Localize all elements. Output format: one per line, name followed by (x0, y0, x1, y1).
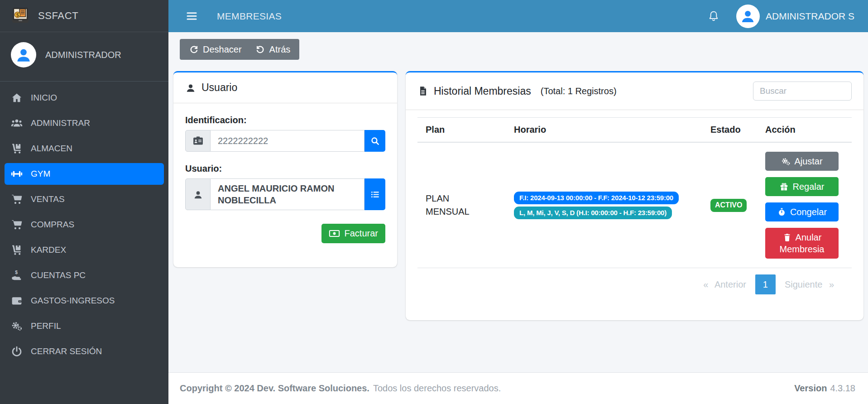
back-button[interactable]: Atrás (255, 44, 291, 55)
header-avatar[interactable] (736, 5, 760, 28)
freeze-button-label: Congelar (790, 207, 827, 217)
sidebar-item-gastos-ingresos[interactable]: GASTOS-INGRESOS (5, 290, 164, 312)
sidebar-item-gym[interactable]: GYM (5, 163, 164, 185)
sidebar-item-kardex[interactable]: KARDEX (5, 239, 164, 261)
sidebar-item-almacen[interactable]: ALMACEN (5, 138, 164, 159)
topbar-right: ADMINISTRADOR S (707, 5, 854, 28)
footer-copyright: Copyright © 2024 Dev. Software Solucione… (180, 383, 369, 394)
pagination: « Anterior 1 Siguiente » (429, 274, 840, 294)
sidebar-item-label: ALMACEN (31, 144, 72, 154)
identification-label: Identificacion: (185, 115, 385, 125)
bell-icon[interactable] (707, 10, 720, 23)
money-bill-icon (329, 228, 340, 239)
footer-version: Version4.3.18 (794, 383, 855, 394)
toolbar: Deshacer Atrás (180, 39, 299, 60)
sidebar-avatar[interactable] (11, 42, 36, 67)
footer: Copyright © 2024 Dev. Software Solucione… (168, 372, 868, 404)
search-input[interactable] (753, 82, 852, 101)
svg-text:$: $ (16, 12, 19, 18)
column-header-accion: Acción (757, 118, 852, 143)
user-list-button[interactable] (364, 178, 385, 210)
sidebar-item-label: CERRAR SESIÓN (31, 346, 102, 356)
gift-icon (779, 182, 789, 192)
sidebar-item-label: CUENTAS PC (31, 270, 86, 280)
user-name-value: ANGEL MAURICIO RAMON NOBLECILLA (211, 178, 364, 210)
sidebar-user-panel: ADMINISTRADOR (0, 32, 168, 82)
undo-button-label: Deshacer (203, 44, 242, 55)
user-addon-icon (185, 178, 211, 210)
column-header-plan: Plan (417, 118, 506, 143)
gift-button-label: Regalar (792, 182, 824, 192)
topbar: MEMBRESIAS ADMINISTRADOR S (168, 0, 868, 32)
home-icon (10, 92, 24, 104)
sidebar-item-perfil[interactable]: PERFIL (5, 315, 164, 337)
adjust-button[interactable]: Ajustar (765, 152, 839, 171)
freeze-button[interactable]: Congelar (765, 202, 839, 221)
redo-icon (189, 44, 199, 54)
footer-rights: Todos los derechos reservados. (373, 383, 501, 394)
sidebar: $ SSFACT ADMINISTRADOR INICIO ADMINISTRA… (0, 0, 168, 404)
history-card-title: Historial Membresias (Total: 1 Registros… (417, 85, 617, 97)
gears-icon (781, 157, 791, 166)
header-user-name[interactable]: ADMINISTRADOR S (766, 11, 854, 22)
cancel-membership-button[interactable]: Anular Membresia (765, 228, 839, 259)
user-group: ANGEL MAURICIO RAMON NOBLECILLA (185, 178, 385, 210)
search-user-button[interactable] (364, 130, 385, 152)
pagination-next[interactable]: Siguiente » (779, 276, 840, 293)
membership-table: Plan Horario Estado Acción PLAN MENSUAL … (417, 117, 852, 268)
dolly-icon (10, 143, 24, 155)
sidebar-item-administrar[interactable]: ADMINISTRAR (5, 112, 164, 134)
sidebar-item-label: VENTAS (31, 194, 65, 204)
trash-icon (782, 233, 792, 242)
wallet-icon (10, 295, 24, 307)
cart-icon (10, 193, 24, 206)
days-hours-badge: L, M, Mi, J, V, S, D (H.I: 00:00:00 - H.… (514, 207, 672, 219)
undo-button[interactable]: Deshacer (189, 44, 242, 55)
menu-toggle-icon[interactable] (186, 10, 198, 22)
brand-link[interactable]: $ SSFACT (0, 0, 168, 32)
sidebar-item-cerrar-sesion[interactable]: CERRAR SESIÓN (5, 341, 164, 362)
table-row: PLAN MENSUAL F.I: 2024-09-13 00:00:00 - … (417, 142, 852, 268)
users-icon (10, 117, 24, 130)
identification-input[interactable] (211, 130, 364, 152)
history-card-header: Historial Membresias (Total: 1 Registros… (406, 72, 863, 110)
sidebar-item-inicio[interactable]: INICIO (5, 87, 164, 109)
undo-icon (255, 44, 265, 54)
sidebar-nav: INICIO ADMINISTRAR ALMACEN GYM VENTAS CO… (0, 82, 168, 371)
date-range-badge: F.I: 2024-09-13 00:00:00 - F.F: 2024-10-… (514, 192, 679, 204)
dolly-icon (10, 244, 24, 256)
invoice-button-label: Facturar (345, 228, 378, 239)
plan-name: PLAN MENSUAL (426, 192, 481, 218)
back-button-label: Atrás (269, 44, 291, 55)
membership-history-card: Historial Membresias (Total: 1 Registros… (406, 71, 863, 320)
file-icon (417, 86, 428, 96)
invoice-button[interactable]: Facturar (321, 224, 385, 243)
status-cell: ACTIVO (702, 142, 757, 268)
brand-name: SSFACT (38, 10, 78, 22)
column-header-horario: Horario (506, 118, 702, 143)
hand-dollar-icon: $ (10, 269, 24, 282)
actions-cell: Ajustar Regalar Congelar Anular Membresi… (757, 142, 852, 268)
dumbbell-icon (10, 168, 24, 180)
sidebar-item-compras[interactable]: COMPRAS (5, 214, 164, 236)
id-card-icon (185, 130, 211, 152)
history-total: (Total: 1 Registros) (541, 86, 617, 96)
pagination-previous[interactable]: « Anterior (697, 276, 752, 293)
gift-button[interactable]: Regalar (765, 177, 839, 196)
sidebar-item-cuentas-pc[interactable]: $ CUENTAS PC (5, 265, 164, 286)
app-logo-icon: $ (10, 7, 31, 25)
pagination-page-1[interactable]: 1 (755, 274, 776, 294)
power-icon (10, 346, 24, 358)
sidebar-item-label: GYM (31, 169, 50, 179)
membership-table-wrap: Plan Horario Estado Acción PLAN MENSUAL … (406, 117, 863, 294)
sidebar-user-name: ADMINISTRADOR (45, 50, 121, 60)
user-card-header: Usuario (173, 72, 397, 103)
identification-group (185, 130, 385, 152)
sidebar-item-label: ADMINISTRAR (31, 118, 90, 128)
user-card-body: Identificacion: Usuario: ANGEL MAURICIO … (173, 103, 397, 255)
sidebar-item-label: COMPRAS (31, 220, 74, 230)
sidebar-item-label: PERFIL (31, 321, 61, 331)
user-icon (185, 82, 196, 93)
search-icon (370, 136, 380, 146)
sidebar-item-ventas[interactable]: VENTAS (5, 188, 164, 210)
